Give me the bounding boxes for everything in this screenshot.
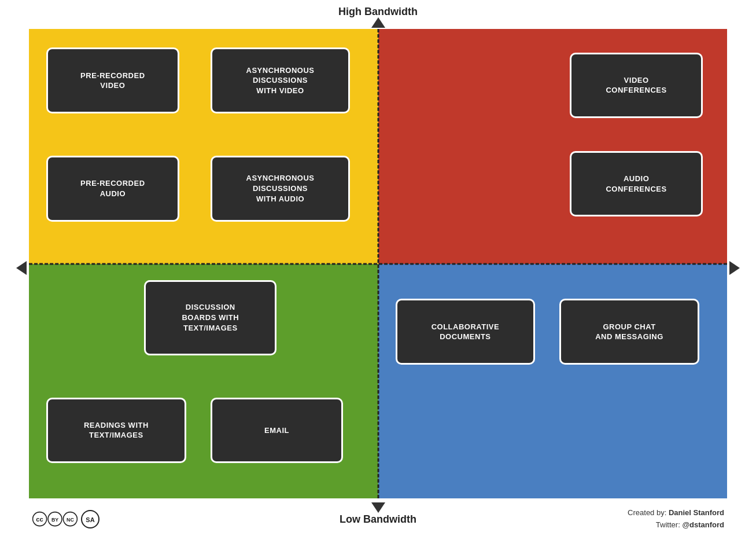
card-pre-recorded-video: PRE-RECORDEDVIDEO xyxy=(46,47,179,113)
card-video-conferences: VIDEOCONFERENCES xyxy=(570,53,702,119)
card-collaborative-documents: COLLABORATIVEDOCUMENTS xyxy=(396,299,535,365)
svg-text:BY: BY xyxy=(51,517,58,523)
card-audio-conferences: AUDIOCONFERENCES xyxy=(570,151,702,217)
chart-area: PRE-RECORDEDVIDEO ASYNCHRONOUSDISCUSSION… xyxy=(29,29,727,498)
arrow-right-icon xyxy=(729,261,740,275)
diagram-wrapper: High Bandwidth Low Bandwidth Low Immedia… xyxy=(0,0,756,536)
quadrant-red: VIDEOCONFERENCES AUDIOCONFERENCES xyxy=(378,29,728,264)
quadrant-yellow: PRE-RECORDEDVIDEO ASYNCHRONOUSDISCUSSION… xyxy=(29,29,378,264)
credit-label: Created by: xyxy=(628,508,669,517)
quadrant-blue: COLLABORATIVEDOCUMENTS GROUP CHATAND MES… xyxy=(378,264,728,499)
card-async-discussions-audio: ASYNCHRONOUSDISCUSSIONSWITH AUDIO xyxy=(211,156,350,222)
arrow-up-icon xyxy=(371,17,385,28)
card-pre-recorded-audio: PRE-RECORDEDAUDIO xyxy=(46,156,179,222)
quadrant-green: DISCUSSIONBOARDS WITHTEXT/IMAGES READING… xyxy=(29,264,378,499)
cc-sa-icon: SA xyxy=(80,509,101,530)
cc-icon: cc BY NC xyxy=(32,511,78,528)
card-group-chat: GROUP CHATAND MESSAGING xyxy=(559,299,699,365)
vertical-divider xyxy=(377,29,379,498)
card-discussion-boards: DISCUSSIONBOARDS WITHTEXT/IMAGES xyxy=(144,280,276,355)
svg-text:NC: NC xyxy=(67,517,74,523)
card-readings: READINGS WITHTEXT/IMAGES xyxy=(46,398,186,464)
footer: cc BY NC SA Created by: Daniel Stanford … xyxy=(32,507,724,531)
arrow-left-icon xyxy=(16,261,27,275)
svg-text:cc: cc xyxy=(36,516,43,523)
cc-license: cc BY NC SA xyxy=(32,509,101,530)
credit-text: Created by: Daniel Stanford Twitter: @ds… xyxy=(628,507,724,531)
svg-text:SA: SA xyxy=(86,516,94,523)
twitter-label: Twitter: xyxy=(656,520,683,529)
card-async-discussions-video: ASYNCHRONOUSDISCUSSIONSWITH VIDEO xyxy=(211,47,350,113)
credit-name: Daniel Stanford xyxy=(669,508,724,517)
card-email: EMAIL xyxy=(211,398,343,464)
twitter-handle: @dstanford xyxy=(682,520,724,529)
axis-top-label: High Bandwidth xyxy=(338,6,418,18)
